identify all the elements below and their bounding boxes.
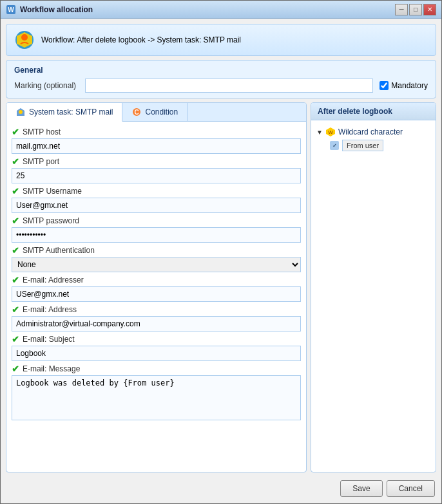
marking-label: Marking (optional)	[14, 81, 79, 90]
smtp-auth-label: ✔ SMTP Authentication	[12, 245, 301, 256]
smtp-host-check-icon: ✔	[12, 127, 19, 137]
svg-text:C: C	[135, 109, 139, 116]
footer: Save Cancel	[6, 476, 436, 498]
minimize-button[interactable]: ─	[395, 4, 408, 15]
window-title: Workflow allocation	[20, 5, 93, 14]
svg-point-4	[21, 34, 28, 41]
left-panel: System task: SMTP mail C Condition	[6, 102, 307, 472]
svg-text:W: W	[8, 6, 14, 14]
tab-smtp[interactable]: System task: SMTP mail	[6, 103, 122, 122]
general-label: General	[14, 66, 428, 75]
general-section: General Marking (optional) Mandatory	[6, 60, 436, 98]
maximize-button[interactable]: □	[409, 4, 422, 15]
window-icon: W	[6, 5, 16, 15]
email-address-input[interactable]	[12, 316, 301, 331]
window-controls: ─ □ ✕	[395, 4, 436, 15]
workflow-icon	[14, 30, 35, 50]
smtp-host-group: ✔ SMTP host	[12, 127, 301, 154]
workflow-title: Workflow: After delete logbook -> System…	[41, 35, 241, 44]
tabs: System task: SMTP mail C Condition	[6, 103, 306, 122]
condition-tab-icon: C	[131, 107, 142, 117]
from-user-icon: ✓	[329, 140, 340, 151]
smtp-auth-check-icon: ✔	[12, 245, 19, 256]
tree-arrow-icon: ▼	[316, 129, 323, 136]
email-message-check-icon: ✔	[12, 364, 19, 374]
title-bar: W Workflow allocation ─ □ ✕	[1, 1, 441, 19]
tab-smtp-label: System task: SMTP mail	[29, 107, 113, 117]
window-body: Workflow: After delete logbook -> System…	[1, 19, 441, 503]
email-subject-check-icon: ✔	[12, 334, 19, 344]
right-panel-title: After delete logbook	[311, 103, 436, 120]
email-addresser-input[interactable]	[12, 286, 301, 302]
email-subject-input[interactable]	[12, 346, 301, 361]
smtp-port-input[interactable]	[12, 168, 301, 183]
smtp-password-group: ✔ SMTP password	[12, 216, 301, 243]
smtp-auth-group: ✔ SMTP Authentication None	[12, 245, 301, 272]
cancel-button[interactable]: Cancel	[387, 480, 435, 497]
email-message-group: ✔ E-mail: Message Logbook was deleted by…	[12, 364, 301, 420]
tree-content: ▼ W Wildcard character ✓	[311, 120, 436, 472]
smtp-host-label: ✔ SMTP host	[12, 127, 301, 137]
smtp-username-label: ✔ SMTP Username	[12, 186, 301, 196]
smtp-port-group: ✔ SMTP port	[12, 156, 301, 183]
wildcard-icon: W	[325, 127, 336, 137]
marking-input[interactable]	[85, 79, 373, 93]
mandatory-label: Mandatory	[391, 81, 428, 90]
email-address-label: ✔ E-mail: Address	[12, 304, 301, 315]
svg-point-6	[19, 110, 23, 114]
email-address-group: ✔ E-mail: Address	[12, 304, 301, 331]
main-content: System task: SMTP mail C Condition	[6, 102, 436, 472]
from-user-item[interactable]: ✓ From user	[329, 138, 430, 153]
email-addresser-group: ✔ E-mail: Addresser	[12, 275, 301, 302]
svg-text:W: W	[328, 129, 333, 135]
smtp-password-input[interactable]	[12, 227, 301, 243]
close-button[interactable]: ✕	[423, 4, 436, 15]
email-addresser-label: ✔ E-mail: Addresser	[12, 275, 301, 285]
tab-condition-label: Condition	[145, 107, 178, 117]
mandatory-check: Mandatory	[380, 81, 428, 90]
smtp-username-check-icon: ✔	[12, 186, 19, 196]
email-address-check-icon: ✔	[12, 304, 19, 315]
main-window: W Workflow allocation ─ □ ✕ Workflow: Af…	[0, 0, 442, 504]
right-panel: After delete logbook ▼ W Wildcard charac…	[311, 102, 436, 472]
smtp-password-label: ✔ SMTP password	[12, 216, 301, 226]
workflow-header: Workflow: After delete logbook -> System…	[6, 24, 436, 56]
smtp-password-check-icon: ✔	[12, 216, 19, 226]
form-content: ✔ SMTP host ✔ SMTP port	[6, 122, 306, 472]
email-addresser-check-icon: ✔	[12, 275, 19, 285]
smtp-host-input[interactable]	[12, 138, 301, 154]
svg-text:✓: ✓	[332, 143, 337, 149]
mandatory-checkbox[interactable]	[380, 81, 389, 90]
email-subject-group: ✔ E-mail: Subject	[12, 334, 301, 361]
smtp-username-group: ✔ SMTP Username	[12, 186, 301, 213]
tree-root-item[interactable]: ▼ W Wildcard character	[316, 126, 430, 138]
email-message-textarea[interactable]: Logbook was deleted by {From user}	[12, 375, 301, 420]
email-message-label: ✔ E-mail: Message	[12, 364, 301, 374]
smtp-tab-icon	[15, 107, 26, 117]
tree-child: ✓ From user	[329, 138, 430, 153]
save-button[interactable]: Save	[340, 480, 382, 497]
email-subject-label: ✔ E-mail: Subject	[12, 334, 301, 344]
smtp-port-label: ✔ SMTP port	[12, 156, 301, 167]
from-user-label: From user	[342, 140, 383, 151]
smtp-port-check-icon: ✔	[12, 156, 19, 167]
marking-row: Marking (optional) Mandatory	[14, 79, 428, 93]
smtp-username-input[interactable]	[12, 198, 301, 213]
smtp-auth-select[interactable]: None	[12, 257, 301, 272]
tree-root-label: Wildcard character	[338, 127, 403, 136]
tab-condition[interactable]: C Condition	[122, 103, 187, 121]
title-bar-left: W Workflow allocation	[6, 5, 93, 15]
